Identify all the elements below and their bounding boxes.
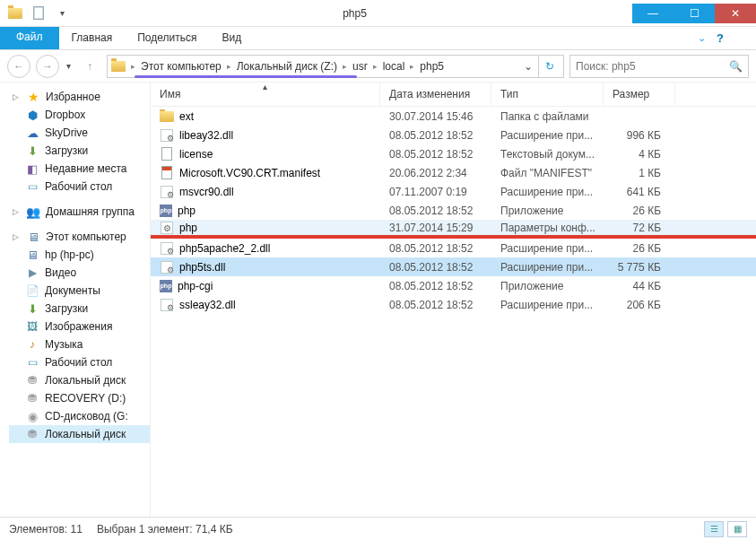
file-size: 26 КБ — [604, 242, 675, 255]
file-name: Microsoft.VC90.CRT.manifest — [179, 167, 320, 179]
breadcrumb-segment[interactable]: local — [379, 60, 409, 73]
sidebar-item[interactable]: 📄Документы — [9, 282, 150, 300]
file-date: 08.05.2012 18:52 — [380, 148, 491, 161]
address-dropdown-button[interactable]: ⌄ — [518, 60, 538, 73]
skydrive-icon: ☁ — [25, 126, 39, 140]
sidebar-item[interactable]: ⛃Локальный диск — [9, 425, 150, 443]
file-row[interactable]: php5apache2_2.dll08.05.2012 18:52Расшире… — [151, 239, 756, 257]
tab-view[interactable]: Вид — [209, 27, 254, 49]
sidebar-item[interactable]: ⬢Dropbox — [9, 106, 150, 124]
column-size[interactable]: Размер — [604, 83, 675, 106]
recent-locations-button[interactable]: ▾ — [65, 61, 73, 71]
column-date[interactable]: Дата изменения — [380, 83, 491, 106]
sidebar-group-favorites[interactable]: ▷ ★ Избранное — [9, 88, 150, 106]
file-name: msvcr90.dll — [179, 186, 234, 198]
file-row[interactable]: libeay32.dll08.05.2012 18:52Расширение п… — [151, 126, 756, 144]
computer-icon: 🖥 — [25, 248, 39, 262]
video-folder-icon: ▶ — [25, 266, 39, 280]
drive-icon: ⛃ — [25, 373, 39, 388]
chevron-right-icon[interactable]: ▸ — [341, 62, 349, 71]
chevron-right-icon[interactable]: ▸ — [408, 62, 416, 71]
sidebar-item[interactable]: ♪Музыка — [9, 335, 150, 353]
file-row[interactable]: php5ts.dll08.05.2012 18:52Расширение при… — [151, 257, 756, 276]
file-type: Приложение — [491, 280, 604, 292]
drive-icon: ⛃ — [25, 427, 39, 441]
sidebar-item[interactable]: ⛃RECOVERY (D:) — [9, 389, 150, 407]
file-row[interactable]: php31.07.2014 15:29Параметры конф...72 К… — [151, 220, 756, 239]
tab-file[interactable]: Файл — [0, 27, 59, 49]
sidebar-item[interactable]: ▶Видео — [9, 264, 150, 282]
file-size: 72 КБ — [604, 222, 675, 234]
dll-file-icon — [160, 260, 174, 274]
sidebar-item[interactable]: ▭Рабочий стол — [9, 353, 150, 371]
search-input[interactable] — [576, 60, 729, 73]
sidebar-item[interactable]: ⬇Загрузки — [9, 300, 150, 318]
sidebar-item[interactable]: ◉CD-дисковод (G: — [9, 407, 150, 425]
sidebar-item[interactable]: ◧Недавние места — [9, 160, 150, 178]
chevron-right-icon[interactable]: ▸ — [371, 62, 379, 71]
homegroup-icon: 👥 — [26, 205, 40, 219]
search-icon[interactable]: 🔍 — [729, 60, 743, 73]
close-button[interactable]: ✕ — [715, 4, 756, 23]
file-type: Папка с файлами — [491, 110, 604, 123]
up-button[interactable]: ↑ — [78, 55, 101, 78]
sidebar-item[interactable]: 🖥hp (hp-pc) — [9, 246, 150, 264]
sidebar-group-pc[interactable]: ▷ 🖥 Этот компьютер — [9, 228, 150, 246]
column-name[interactable]: Имя ▴ — [151, 83, 380, 106]
help-button[interactable]: ? — [717, 31, 749, 45]
column-type[interactable]: Тип — [491, 83, 604, 106]
file-size: 996 КБ — [604, 129, 675, 142]
file-row[interactable]: Microsoft.VC90.CRT.manifest20.06.2012 2:… — [151, 163, 756, 182]
qat-dropdown-icon[interactable]: ▾ — [52, 4, 72, 23]
sidebar-item[interactable]: ☁SkyDrive — [9, 124, 150, 142]
app-icon — [5, 4, 25, 23]
breadcrumb-segment[interactable]: php5 — [416, 60, 448, 73]
view-icons-button[interactable]: ▦ — [727, 521, 747, 537]
php-file-icon: php — [160, 280, 172, 292]
sidebar-item[interactable]: ⬇Загрузки — [9, 142, 150, 160]
sidebar-item[interactable]: 🖼Изображения — [9, 318, 150, 335]
ribbon-expand-icon[interactable]: ⌄ — [698, 32, 706, 44]
breadcrumb-segment[interactable]: Локальный диск (Z:) — [233, 60, 341, 73]
file-row[interactable]: msvcr90.dll07.11.2007 0:19Расширение при… — [151, 182, 756, 201]
file-size: 26 КБ — [604, 205, 675, 217]
file-row[interactable]: ssleay32.dll08.05.2012 18:52Расширение п… — [151, 295, 756, 314]
desktop-icon: ▭ — [25, 179, 39, 194]
status-selection: Выбран 1 элемент: 71,4 КБ — [97, 523, 233, 536]
view-details-button[interactable]: ☰ — [704, 521, 724, 537]
file-row[interactable]: phpphp08.05.2012 18:52Приложение26 КБ — [151, 201, 756, 220]
file-date: 08.05.2012 18:52 — [380, 242, 491, 255]
file-row[interactable]: ext30.07.2014 15:46Папка с файлами — [151, 107, 756, 126]
file-type: Текстовый докум... — [491, 148, 604, 161]
file-row[interactable]: license08.05.2012 18:52Текстовый докум..… — [151, 144, 756, 163]
file-date: 08.05.2012 18:52 — [380, 280, 491, 292]
file-date: 31.07.2014 15:29 — [380, 222, 491, 234]
refresh-button[interactable]: ↻ — [538, 56, 560, 77]
sidebar-item-label: RECOVERY (D:) — [45, 392, 126, 405]
chevron-right-icon[interactable]: ▸ — [225, 62, 233, 71]
tab-home[interactable]: Главная — [59, 27, 126, 49]
file-row[interactable]: phpphp-cgi08.05.2012 18:52Приложение44 К… — [151, 276, 756, 295]
search-box[interactable]: 🔍 — [569, 55, 749, 78]
sidebar-group-homegroup[interactable]: ▷ 👥 Домашняя группа — [9, 203, 150, 221]
file-type: Расширение при... — [491, 129, 604, 142]
sidebar-item[interactable]: ⛃Локальный диск — [9, 371, 150, 389]
sidebar-item[interactable]: ▭Рабочий стол — [9, 178, 150, 196]
star-icon: ★ — [26, 90, 40, 104]
address-bar[interactable]: ▸ Этот компьютер ▸ Локальный диск (Z:) ▸… — [107, 55, 564, 78]
tab-share[interactable]: Поделиться — [125, 27, 209, 49]
breadcrumb-segment[interactable]: usr — [349, 60, 371, 73]
qat-new-doc-icon[interactable] — [29, 4, 48, 23]
minimize-button[interactable]: — — [632, 4, 673, 23]
sidebar-item-label: Музыка — [45, 338, 83, 351]
file-type: Расширение при... — [491, 242, 604, 255]
file-name: php-cgi — [178, 280, 213, 292]
breadcrumb-segment[interactable]: Этот компьютер — [137, 60, 225, 73]
chevron-right-icon[interactable]: ▸ — [129, 62, 137, 71]
forward-button[interactable]: → — [36, 55, 59, 78]
expand-icon: ▷ — [13, 92, 19, 101]
address-folder-icon — [111, 59, 126, 74]
maximize-button[interactable]: ☐ — [673, 4, 715, 23]
back-button[interactable]: ← — [7, 55, 30, 78]
file-date: 08.05.2012 18:52 — [380, 299, 491, 311]
